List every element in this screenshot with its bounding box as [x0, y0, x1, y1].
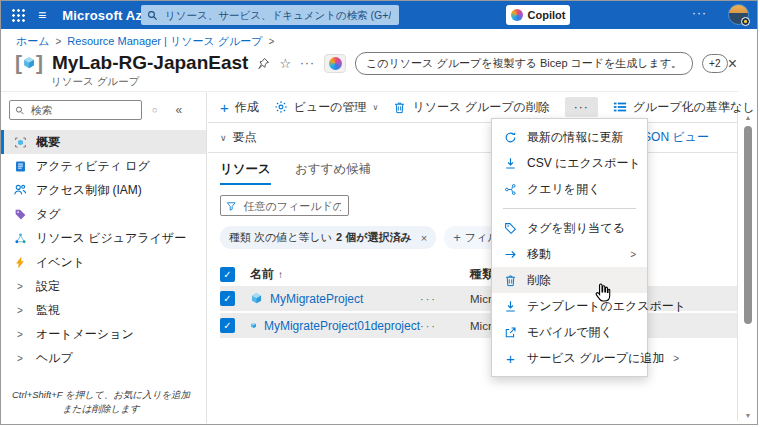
global-search[interactable] [141, 5, 399, 25]
menu-item-add-to-service-group[interactable]: + サービス グループに追加 > [492, 345, 647, 371]
resource-cube-icon [250, 319, 257, 332]
refresh-icon [503, 131, 518, 144]
copilot-button[interactable]: Copilot [506, 5, 570, 25]
pin-icon[interactable] [257, 57, 270, 70]
sidebar-item-tags[interactable]: タグ [1, 202, 206, 226]
chevron-right-icon: > [12, 305, 28, 316]
plus-icon: + [453, 231, 461, 244]
breadcrumb: ホーム > Resource Manager | リソース グループ > [16, 34, 274, 49]
vertical-scrollbar[interactable]: ▲ ▼ [741, 113, 755, 421]
copilot-suggestion-pill[interactable]: このリソース グループを複製する Bicep コードを生成します。 [355, 52, 693, 75]
trash-icon [393, 101, 406, 114]
chevron-down-icon: ∨ [373, 103, 379, 112]
menu-item-refresh[interactable]: 最新の情報に更新 [492, 124, 647, 150]
field-filter-input-box[interactable] [220, 195, 349, 216]
column-header-name[interactable]: 名前↑ [250, 266, 420, 283]
sidebar-collapse-icon[interactable]: « [175, 103, 182, 117]
tabs: リソース おすすめ候補 [220, 161, 738, 185]
resource-link[interactable]: MyMigrateProject [270, 292, 363, 306]
scroll-down-icon[interactable]: ▼ [745, 411, 752, 421]
type-filter-pill[interactable]: 種類 次の値と等しい 2 個が選択済み × [220, 226, 436, 249]
share-icon [503, 326, 518, 339]
scrollbar-thumb[interactable] [744, 126, 752, 324]
sidebar-item-label: 設定 [36, 278, 60, 295]
menu-divider [503, 208, 636, 209]
global-search-input[interactable] [163, 8, 393, 22]
sidebar-item-settings[interactable]: > 設定 [1, 274, 206, 298]
sidebar-options-icon[interactable]: ○ [152, 105, 157, 115]
avatar[interactable] [728, 4, 749, 25]
tag-icon [12, 208, 28, 221]
menu-item-label: CSV にエクスポート [527, 155, 641, 172]
menu-item-delete[interactable]: 削除 [492, 267, 647, 293]
tab-resources[interactable]: リソース [220, 161, 271, 185]
sidebar-search-input[interactable] [29, 103, 136, 117]
menu-item-open-mobile[interactable]: モバイルで開く [492, 319, 647, 345]
resource-link[interactable]: MyMigrateProject01deproject [264, 319, 420, 333]
menu-item-move[interactable]: 移動 > [492, 241, 647, 267]
sidebar-item-label: アクティビティ ログ [36, 158, 150, 175]
sidebar-item-label: ヘルプ [36, 350, 73, 367]
row-checkbox[interactable]: ✓ [220, 291, 235, 306]
sidebar-item-label: タグ [36, 206, 61, 223]
select-all-checkbox[interactable]: ✓ [220, 267, 235, 282]
sidebar-item-label: 概要 [36, 134, 60, 151]
suggestion-count-badge[interactable]: +2 [702, 54, 727, 73]
close-blade-icon[interactable]: × [728, 56, 737, 72]
query-icon [503, 183, 518, 196]
waffle-menu-icon[interactable] [11, 8, 25, 22]
resource-group-icon [15, 50, 43, 76]
breadcrumb-home-link[interactable]: ホーム [16, 34, 50, 49]
field-filter-input[interactable] [241, 199, 343, 213]
more-commands-menu: 最新の情報に更新 CSV にエクスポート クエリを開く タグを割り当てる 移動 [491, 118, 648, 377]
topbar-more-icon[interactable]: ··· [692, 6, 707, 20]
sidebar-item-label: イベント [36, 254, 85, 271]
create-button[interactable]: + 作成 [220, 99, 259, 116]
command-bar-more-button[interactable]: ··· [565, 97, 598, 117]
menu-item-export-template[interactable]: テンプレートのエクスポート [492, 293, 647, 319]
menu-item-open-query[interactable]: クエリを開く [492, 176, 647, 202]
sort-asc-icon: ↑ [278, 269, 283, 280]
sidebar-search-row: ○ « [1, 92, 206, 120]
favorites-hint: Ctrl+Shift+F を押して、お気に入りを追加または削除します [11, 388, 191, 417]
visualizer-icon [12, 232, 28, 245]
sidebar-search[interactable] [9, 100, 142, 120]
scroll-up-icon[interactable]: ▲ [745, 113, 752, 123]
sidebar-item-monitoring[interactable]: > 監視 [1, 298, 206, 322]
sidebar-item-access-control[interactable]: アクセス制御 (IAM) [1, 178, 206, 202]
sidebar-item-resource-visualizer[interactable]: リソース ビジュアライザー [1, 226, 206, 250]
row-checkbox[interactable]: ✓ [220, 318, 235, 333]
submenu-chevron-icon: > [673, 353, 679, 364]
sidebar-item-automation[interactable]: > オートメーション [1, 322, 206, 346]
hand-cursor [593, 282, 613, 304]
search-icon [15, 105, 25, 116]
tab-recommendations[interactable]: おすすめ候補 [295, 161, 371, 185]
hamburger-icon[interactable]: ≡ [38, 8, 46, 22]
header-more-icon[interactable]: ··· [300, 56, 315, 70]
command-bar: + 作成 ビューの管理 ∨ リソース グループの削除 ··· グループ化の基準な… [208, 92, 738, 123]
copilot-suggestion-icon[interactable] [324, 54, 346, 73]
essentials-toggle[interactable]: 要点 [233, 129, 257, 146]
sidebar-nav: 概要 アクティビティ ログ アクセス制御 (IAM) タグ [1, 130, 206, 370]
sidebar-item-events[interactable]: イベント [1, 250, 206, 274]
delete-resource-group-button[interactable]: リソース グループの削除 [393, 99, 549, 116]
remove-filter-icon[interactable]: × [421, 232, 427, 244]
menu-item-label: 移動 [527, 246, 551, 263]
sidebar-item-overview[interactable]: 概要 [1, 130, 206, 154]
sidebar-item-help[interactable]: > ヘルプ [1, 346, 206, 370]
breadcrumb-separator: > [268, 36, 274, 47]
activity-log-icon [12, 160, 28, 173]
row-more-icon[interactable]: ··· [420, 293, 470, 305]
row-more-icon[interactable]: ··· [420, 320, 470, 332]
menu-item-assign-tags[interactable]: タグを割り当てる [492, 215, 647, 241]
menu-item-export-csv[interactable]: CSV にエクスポート [492, 150, 647, 176]
table-row[interactable]: ✓ MyMigrateProject01deproject ··· Micro [220, 313, 737, 338]
submenu-chevron-icon: > [630, 249, 636, 260]
menu-item-label: 削除 [527, 272, 551, 289]
menu-item-label: クエリを開く [527, 181, 600, 198]
breadcrumb-section-link[interactable]: Resource Manager | リソース グループ [67, 34, 262, 49]
favorite-star-icon[interactable]: ☆ [279, 56, 291, 71]
sidebar-item-activity-log[interactable]: アクティビティ ログ [1, 154, 206, 178]
trash-icon [503, 274, 518, 287]
manage-view-button[interactable]: ビューの管理 ∨ [274, 99, 379, 116]
